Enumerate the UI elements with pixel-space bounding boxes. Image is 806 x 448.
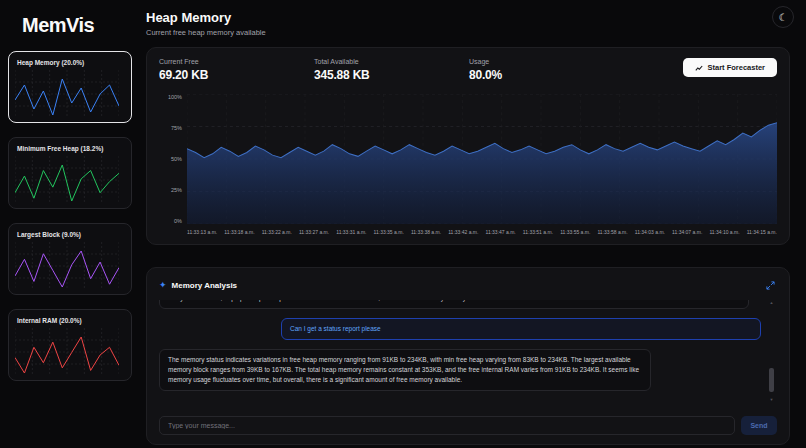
chat-scrollbar[interactable]: ▲ ▼	[768, 300, 775, 402]
theme-toggle-button[interactable]: ☾	[772, 6, 794, 28]
x-tick-label: 11:33:35 a.m.	[374, 229, 404, 235]
chart-plot-area	[187, 94, 777, 224]
x-tick-label: 11:33:31 a.m.	[336, 229, 366, 235]
chat-messages: analysis. However, to pinpoint specific …	[159, 300, 777, 402]
stat-usage: Usage 80.0%	[469, 58, 579, 82]
y-tick-label: 75%	[171, 125, 182, 131]
stat-current-free: Current Free 69.20 KB	[159, 58, 269, 82]
metric-card-label: Largest Block (9.0%)	[17, 231, 125, 238]
start-forecaster-button[interactable]: Start Forecaster	[683, 58, 777, 77]
x-tick-label: 11:33:18 a.m.	[224, 229, 254, 235]
heap-usage-chart: 100%75%50%25%0%	[159, 94, 777, 224]
expand-arrows-icon	[766, 281, 775, 290]
stat-label: Total Available	[314, 58, 424, 65]
x-tick-label: 11:33:22 a.m.	[262, 229, 292, 235]
stat-value: 345.88 KB	[314, 68, 424, 82]
chat-input-row: Send	[159, 416, 777, 435]
sidebar-item-minimum-free-heap[interactable]: Minimum Free Heap (18.2%)	[8, 137, 132, 209]
chat-message-assistant: The memory status indicates variations i…	[159, 349, 651, 391]
chat-message-assistant-partial: analysis. However, to pinpoint specific …	[159, 300, 749, 309]
area-chart-svg	[187, 94, 777, 224]
main-content: Heap Memory Current free heap memory ava…	[140, 0, 806, 448]
sparkle-icon: ✦	[159, 281, 167, 290]
x-tick-label: 11:33:27 a.m.	[299, 229, 329, 235]
x-tick-label: 11:33:47 a.m.	[486, 229, 516, 235]
x-tick-label: 11:34:07 a.m.	[672, 229, 702, 235]
page-title: Heap Memory	[146, 10, 790, 25]
stats-row: Current Free 69.20 KB Total Available 34…	[159, 58, 777, 82]
chart-x-axis: 11:33:13 a.m.11:33:18 a.m.11:33:22 a.m.1…	[187, 229, 777, 235]
send-button[interactable]: Send	[741, 416, 777, 435]
largest-block-sparkline-chart	[15, 242, 119, 290]
scroll-down-arrow-icon[interactable]: ▼	[768, 397, 775, 402]
metric-card-label: Internal RAM (20.0%)	[17, 317, 125, 324]
y-tick-label: 50%	[171, 156, 182, 162]
moon-icon: ☾	[779, 12, 788, 23]
app-logo: MemVis	[0, 0, 140, 47]
memory-overview-card: Current Free 69.20 KB Total Available 34…	[146, 47, 790, 245]
chat-scrollbar-thumb[interactable]	[769, 368, 774, 392]
stat-value: 69.20 KB	[159, 68, 269, 82]
sidebar-item-internal-ram[interactable]: Internal RAM (20.0%)	[8, 309, 132, 381]
y-tick-label: 100%	[168, 94, 182, 100]
start-forecaster-label: Start Forecaster	[707, 63, 765, 72]
stat-total-available: Total Available 345.88 KB	[314, 58, 424, 82]
trend-chart-icon	[695, 64, 703, 72]
stat-value: 80.0%	[469, 68, 579, 82]
metric-card-list: Heap Memory (20.0%) Minimum Free Heap (1…	[0, 47, 140, 385]
y-tick-label: 25%	[171, 187, 182, 193]
heap-memory-sparkline-chart	[15, 70, 119, 118]
x-tick-label: 11:33:42 a.m.	[448, 229, 478, 235]
sidebar-item-heap-memory[interactable]: Heap Memory (20.0%)	[8, 51, 132, 123]
x-tick-label: 11:33:58 a.m.	[597, 229, 627, 235]
chat-header: ✦ Memory Analysis	[159, 276, 777, 295]
minimum-free-heap-sparkline-chart	[15, 156, 119, 204]
x-tick-label: 11:34:10 a.m.	[709, 229, 739, 235]
x-tick-label: 11:33:38 a.m.	[411, 229, 441, 235]
x-tick-label: 11:33:13 a.m.	[187, 229, 217, 235]
scroll-up-arrow-icon[interactable]: ▲	[768, 300, 775, 305]
memory-analysis-card: ✦ Memory Analysis analysis. However, to …	[146, 267, 790, 445]
x-tick-label: 11:33:55 a.m.	[560, 229, 590, 235]
y-tick-label: 0%	[174, 218, 182, 224]
metric-card-label: Minimum Free Heap (18.2%)	[17, 145, 125, 152]
chat-message-user: Can I get a status report please	[281, 318, 761, 340]
stat-label: Usage	[469, 58, 579, 65]
chat-title: Memory Analysis	[172, 281, 238, 290]
sidebar-item-largest-block[interactable]: Largest Block (9.0%)	[8, 223, 132, 295]
chat-message-input[interactable]	[159, 416, 735, 435]
chart-y-axis: 100%75%50%25%0%	[159, 94, 187, 224]
sidebar: MemVis Heap Memory (20.0%) Minimum Free …	[0, 0, 140, 448]
x-tick-label: 11:34:15 a.m.	[747, 229, 777, 235]
stat-label: Current Free	[159, 58, 269, 65]
page-subtitle: Current free heap memory available	[146, 28, 790, 37]
internal-ram-sparkline-chart	[15, 328, 119, 376]
x-tick-label: 11:33:51 a.m.	[523, 229, 553, 235]
x-tick-label: 11:34:03 a.m.	[635, 229, 665, 235]
expand-button[interactable]	[764, 276, 777, 295]
metric-card-label: Heap Memory (20.0%)	[17, 59, 125, 66]
